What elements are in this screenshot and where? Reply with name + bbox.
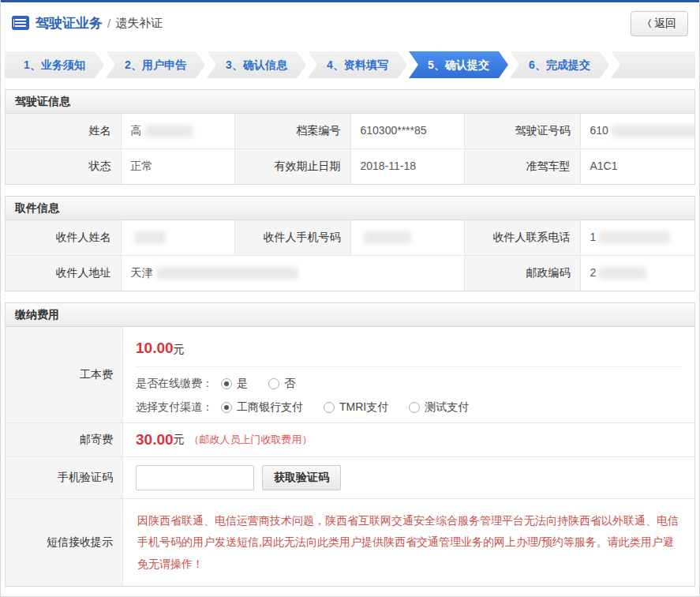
table-row: 姓名 高 档案编号 610300****85 驾驶证号码 610 — [6, 114, 694, 148]
step-wizard: 1、业务须知 2、用户申告 3、确认信息 4、资料填写 5、确认提交 6、完成提… — [5, 51, 695, 78]
step-1-business-notice[interactable]: 1、业务须知 — [5, 51, 104, 78]
redaction — [599, 231, 670, 244]
pay-channel-question-row: 选择支付渠道： 工商银行支付 TMRI支付 测试支付 — [136, 400, 682, 415]
get-code-button[interactable]: 获取验证码 — [262, 465, 341, 490]
fee-section: 缴纳费用 工本费 10.00元 是否在线缴费： 是 否 选择支付渠道： 工商银行… — [5, 302, 695, 587]
pickup-info-section: 取件信息 收件人姓名 收件人手机号码 收件人联系电话 1 收件人地址 天津 邮政… — [5, 196, 695, 291]
production-fee-amount: 10.00元 — [136, 335, 682, 367]
header: 驾驶证业务 / 遗失补证 〈返回 — [1, 2, 699, 43]
step-6-complete-submit[interactable]: 6、完成提交 — [510, 51, 609, 78]
recipient-phone-value: 1 — [580, 220, 695, 255]
chevron-left-icon: 〈 — [642, 18, 652, 29]
amount-number: 30.00 — [136, 431, 174, 449]
fee-section-title: 缴纳费用 — [6, 303, 694, 327]
table-row: 状态 正常 有效期止日期 2018-11-18 准驾车型 A1C1 — [6, 148, 694, 184]
redaction — [134, 231, 166, 244]
online-pay-option-no[interactable]: 否 — [268, 377, 295, 391]
amount-unit: 元 — [174, 433, 185, 447]
recipient-mobile-label: 收件人手机号码 — [235, 220, 350, 255]
expiry-date-value: 2018-11-18 — [350, 149, 466, 184]
mail-fee-label: 邮寄费 — [6, 423, 122, 456]
license-number-value: 610 — [580, 114, 695, 148]
file-number-label: 档案编号 — [235, 114, 350, 148]
redaction — [145, 125, 193, 137]
recipient-address-label: 收件人地址 — [6, 256, 121, 291]
redaction — [612, 125, 694, 137]
recipient-address-value: 天津 — [121, 256, 466, 291]
radio-icon[interactable] — [221, 402, 232, 413]
vehicle-class-label: 准驾车型 — [465, 149, 580, 184]
sms-code-input[interactable] — [136, 465, 254, 490]
production-fee-label: 工本费 — [6, 327, 122, 422]
sms-code-label: 手机验证码 — [6, 457, 122, 498]
pickup-section-title: 取件信息 — [6, 197, 694, 220]
recipient-name-value — [121, 220, 236, 255]
breadcrumb-current: 遗失补证 — [115, 16, 163, 31]
sms-notice-label: 短信接收提示 — [6, 499, 122, 586]
amount-unit: 元 — [174, 343, 185, 355]
sms-notice-text: 因陕西省联通、电信运营商技术问题，陕西省互联网交通安全综合服务管理平台无法向持陕… — [136, 507, 682, 578]
table-row: 收件人姓名 收件人手机号码 收件人联系电话 1 — [6, 220, 694, 255]
name-value: 高 — [121, 114, 236, 148]
page-title: 驾驶证业务 — [36, 14, 103, 32]
name-label: 姓名 — [6, 114, 121, 148]
back-button[interactable]: 〈返回 — [631, 11, 688, 36]
radio-icon[interactable] — [268, 378, 279, 389]
redaction — [364, 231, 411, 244]
vehicle-class-value: A1C1 — [580, 149, 695, 184]
postcode-label: 邮政编码 — [465, 256, 580, 291]
page: 驾驶证业务 / 遗失补证 〈返回 1、业务须知 2、用户申告 3、确认信息 4、… — [0, 0, 700, 597]
online-pay-question-row: 是否在线缴费： 是 否 — [136, 377, 682, 391]
file-number-value: 610300****85 — [350, 114, 466, 148]
pay-channel-question: 选择支付渠道： — [136, 400, 213, 415]
status-label: 状态 — [6, 149, 121, 184]
step-4-fill-data[interactable]: 4、资料填写 — [308, 51, 407, 78]
online-pay-question: 是否在线缴费： — [136, 377, 213, 391]
postcode-value: 2 — [580, 256, 695, 291]
sms-notice-row: 短信接收提示 因陕西省联通、电信运营商技术问题，陕西省互联网交通安全综合服务管理… — [6, 498, 694, 586]
list-icon — [12, 16, 29, 30]
production-fee-row: 工本费 10.00元 是否在线缴费： 是 否 选择支付渠道： 工商银行支付 TM… — [6, 327, 694, 422]
sms-notice-value: 因陕西省联通、电信运营商技术问题，陕西省互联网交通安全综合服务管理平台无法向持陕… — [122, 499, 694, 586]
pay-channel-icbc[interactable]: 工商银行支付 — [221, 400, 303, 415]
step-5-confirm-submit[interactable]: 5、确认提交 — [409, 51, 508, 78]
back-button-label: 返回 — [654, 17, 676, 29]
amount-number: 10.00 — [136, 340, 174, 356]
step-2-user-declaration[interactable]: 2、用户申告 — [106, 51, 205, 78]
radio-icon[interactable] — [324, 402, 335, 413]
license-number-label: 驾驶证号码 — [465, 114, 580, 148]
radio-icon[interactable] — [221, 378, 232, 389]
status-value: 正常 — [121, 149, 236, 184]
step-3-confirm-info[interactable]: 3、确认信息 — [207, 51, 306, 78]
sms-code-row: 手机验证码 获取验证码 — [6, 456, 694, 498]
license-info-section: 驾驶证信息 姓名 高 档案编号 610300****85 驾驶证号码 610 状… — [5, 89, 695, 185]
pay-channel-test[interactable]: 测试支付 — [409, 400, 469, 415]
pay-channel-tmri[interactable]: TMRI支付 — [324, 400, 388, 415]
recipient-mobile-value — [350, 220, 466, 255]
redaction — [156, 267, 298, 280]
recipient-name-label: 收件人姓名 — [6, 220, 121, 255]
license-section-title: 驾驶证信息 — [6, 90, 694, 114]
mail-fee-value: 30.00元 （邮政人员上门收取费用） — [122, 423, 694, 456]
footer: 上一步 完成 — [1, 587, 699, 597]
table-row: 收件人地址 天津 邮政编码 2 — [6, 255, 694, 291]
production-fee-value: 10.00元 是否在线缴费： 是 否 选择支付渠道： 工商银行支付 TMRI支付… — [122, 327, 694, 422]
breadcrumb-separator: / — [107, 17, 110, 30]
mail-fee-row: 邮寄费 30.00元 （邮政人员上门收取费用） — [6, 422, 694, 456]
redaction — [599, 267, 646, 280]
radio-icon[interactable] — [409, 402, 420, 413]
mail-fee-note: （邮政人员上门收取费用） — [189, 433, 313, 447]
recipient-phone-label: 收件人联系电话 — [465, 220, 580, 255]
sms-code-value: 获取验证码 — [122, 457, 694, 498]
wizard-filler — [611, 51, 695, 78]
expiry-date-label: 有效期止日期 — [235, 149, 350, 184]
online-pay-option-yes[interactable]: 是 — [221, 377, 248, 391]
